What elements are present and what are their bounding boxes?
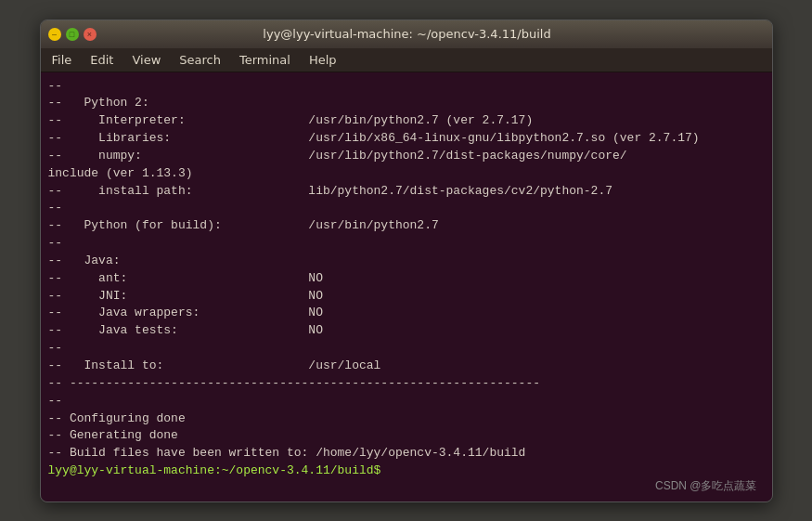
minimize-button[interactable]: – [48, 28, 61, 41]
menu-item-terminal[interactable]: Terminal [232, 51, 298, 69]
menu-item-edit[interactable]: Edit [83, 51, 121, 69]
maximize-button[interactable]: □ [66, 28, 79, 41]
menu-item-file[interactable]: File [45, 51, 80, 69]
menu-bar: FileEditViewSearchTerminalHelp [41, 48, 772, 72]
watermark: CSDN @多吃点蔬菜 [655, 478, 757, 494]
terminal-prompt: lyy@lyy-virtual-machine:~/opencv-3.4.11/… [48, 463, 389, 477]
close-button[interactable]: × [84, 28, 97, 41]
menu-item-help[interactable]: Help [302, 51, 344, 69]
terminal-window: – □ × lyy@lyy-virtual-machine: ~/opencv-… [40, 20, 773, 502]
menu-item-view[interactable]: View [124, 51, 168, 69]
window-title: lyy@lyy-virtual-machine: ~/opencv-3.4.11… [97, 27, 718, 41]
terminal-body: -- -- Python 2: -- Interpreter: /usr/bin… [41, 72, 772, 501]
window-controls: – □ × [48, 28, 97, 41]
menu-item-search[interactable]: Search [172, 51, 228, 69]
terminal-output[interactable]: -- -- Python 2: -- Interpreter: /usr/bin… [41, 72, 772, 501]
title-bar: – □ × lyy@lyy-virtual-machine: ~/opencv-… [41, 20, 772, 48]
